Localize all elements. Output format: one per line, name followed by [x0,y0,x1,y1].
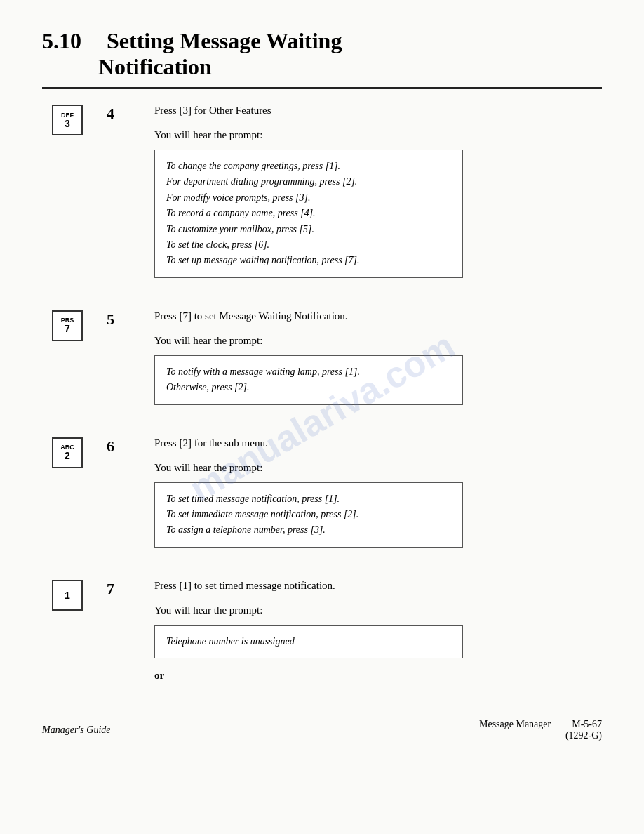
step4-content: Press [3] for Other Features You will he… [154,103,602,289]
step6-prompt-line1: To set timed message notification, press… [166,491,451,507]
step6-prompt-label: You will hear the prompt: [154,461,602,475]
page-title-line2: Notification [98,54,602,80]
step5-prompt-line2: Otherwise, press [2]. [166,380,451,395]
step7-or-text: or [154,670,602,682]
step6-left: ABC 2 6 [42,436,154,468]
key-1-num: 1 [65,590,70,600]
footer-page-number: M-5-67 [572,719,602,730]
key-def3-num: 3 [65,119,70,128]
step4-left: DEF 3 4 [42,103,154,135]
step4-prompt-line1: To change the company greetings, press [… [166,159,451,174]
step5-prompt-line1: To notify with a message waiting lamp, p… [166,364,451,380]
page-title-line1: Setting Message Waiting [107,28,342,54]
step7-left: 1 7 [42,578,154,611]
key-abc2-num: 2 [65,451,70,461]
step5-prompt-box: To notify with a message waiting lamp, p… [154,355,463,405]
step4-prompt-line6: To set the clock, press [6]. [166,237,451,253]
step7-prompt-label: You will hear the prompt: [154,603,602,618]
title-block: 5.10 Setting Message Waiting Notificatio… [42,28,602,80]
step4-prompt-line3: For modify voice prompts, press [3]. [166,190,451,206]
footer-product-label: Message Manager [479,719,551,730]
step4-prompt-label: You will hear the prompt: [154,128,602,143]
section-number: 5.10 [42,28,81,54]
step4-prompt-line2: For department dialing programming, pres… [166,174,451,190]
step6-prompt-line3: To assign a telephone number, press [3]. [166,522,451,538]
key-abc2: ABC 2 [52,437,83,468]
step7-prompt-line1: Telephone number is unassigned [166,634,451,649]
step7-content: Press [1] to set timed message notificat… [154,578,602,684]
step4-prompt-line4: To record a company name, press [4]. [166,206,451,221]
step4-prompt-line5: To customize your mailbox, press [5]. [166,222,451,237]
step-4: DEF 3 4 Press [3] for Other Features You… [42,103,602,289]
step4-prompt-line7: To set up message waiting notification, … [166,253,451,268]
step-5: PRS 7 5 Press [7] to set Message Waiting… [42,309,602,416]
step5-content: Press [7] to set Message Waiting Notific… [154,309,602,416]
footer-guide-label: Manager's Guide [42,724,110,736]
key-prs7: PRS 7 [52,310,83,341]
footer-right: Message Manager M-5-67 (1292-G) [479,719,602,741]
page: manualariva.com 5.10 Setting Message Wai… [0,0,644,834]
step7-instruction: Press [1] to set timed message notificat… [154,578,602,593]
key-def3: DEF 3 [52,105,83,135]
step6-content: Press [2] for the sub menu. You will hea… [154,436,602,559]
step5-number: 5 [107,310,132,329]
step6-prompt-line2: To set immediate message notification, p… [166,507,451,522]
step7-number: 7 [107,580,132,598]
page-footer: Manager's Guide Message Manager M-5-67 (… [42,713,602,741]
title-divider [42,87,602,89]
step6-instruction: Press [2] for the sub menu. [154,436,602,451]
step6-prompt-box: To set timed message notification, press… [154,482,463,548]
step5-instruction: Press [7] to set Message Waiting Notific… [154,309,602,324]
key-1: 1 [52,580,83,611]
step4-instruction: Press [3] for Other Features [154,103,602,118]
key-prs7-num: 7 [65,324,70,333]
step4-number: 4 [107,105,132,123]
footer-code: (1292-G) [479,730,602,741]
step-6: ABC 2 6 Press [2] for the sub menu. You … [42,436,602,559]
step5-left: PRS 7 5 [42,309,154,341]
step7-prompt-box: Telephone number is unassigned [154,625,463,658]
step-7: 1 7 Press [1] to set timed message notif… [42,578,602,684]
step4-prompt-box: To change the company greetings, press [… [154,150,463,278]
step5-prompt-label: You will hear the prompt: [154,333,602,348]
step6-number: 6 [107,437,132,456]
